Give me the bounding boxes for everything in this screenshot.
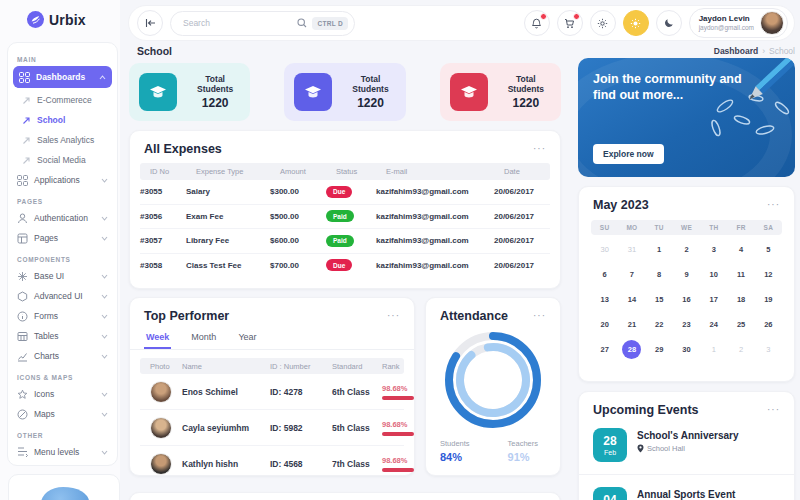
calendar-day[interactable]: 25	[727, 315, 754, 334]
submenu-arrow-icon	[22, 136, 31, 145]
attendance-title: Attendance	[440, 309, 508, 323]
calendar-day[interactable]: 14	[618, 290, 645, 309]
calendar-day[interactable]: 16	[673, 290, 700, 309]
star-icon	[17, 389, 28, 400]
sidebar-item-label: Menu levels	[34, 447, 79, 457]
explore-now-button[interactable]: Explore now	[593, 144, 664, 164]
calendar-day-selected[interactable]: 28	[618, 340, 645, 359]
calendar-day[interactable]: 24	[700, 315, 727, 334]
cart-button[interactable]	[557, 10, 583, 36]
calendar-day[interactable]: 27	[591, 340, 618, 359]
calendar-day[interactable]: 3	[700, 240, 727, 259]
calendar-day[interactable]: 29	[646, 340, 673, 359]
collapse-arrow-icon	[145, 18, 156, 28]
stat-value: 1220	[186, 96, 244, 110]
calendar-day[interactable]: 26	[755, 315, 782, 334]
calendar-day[interactable]: 1	[700, 340, 727, 359]
calendar-day[interactable]: 1	[646, 240, 673, 259]
sidebar-item-base-ui[interactable]: Base UI	[8, 266, 117, 286]
calendar-weekday-header: SU MO TU WE TH FR SA	[591, 220, 782, 235]
calendar-day[interactable]: 6	[591, 265, 618, 284]
sidebar-item-school[interactable]: School	[8, 110, 117, 130]
calendar-day[interactable]: 19	[755, 290, 782, 309]
calendar-day[interactable]: 23	[673, 315, 700, 334]
calendar-day[interactable]: 11	[727, 265, 754, 284]
table-row: #3056 Exam Fee $500.00 Paid kazifahim93@…	[140, 205, 550, 230]
calendar-day[interactable]: 9	[673, 265, 700, 284]
user-menu[interactable]: Jaydon Levin jaydon@gmail.com	[689, 8, 788, 38]
stat-card-students-1: Total Students 1220	[129, 63, 250, 121]
sidebar-collapse-button[interactable]	[137, 10, 163, 36]
calendar-day[interactable]: 30	[673, 340, 700, 359]
calendar-day[interactable]: 5	[755, 240, 782, 259]
calendar-day[interactable]: 2	[727, 340, 754, 359]
sidebar-item-maps[interactable]: Maps	[8, 404, 117, 424]
sidebar-section-icons-maps: ICONS & MAPS	[17, 374, 108, 381]
event-list-item[interactable]: 04 Apr Annual Sports Event School Big Gr…	[579, 482, 794, 500]
calendar-day[interactable]: 15	[646, 290, 673, 309]
brand-logo-icon	[27, 11, 44, 28]
sidebar-item-forms[interactable]: Forms	[8, 306, 117, 326]
calendar-day[interactable]: 13	[591, 290, 618, 309]
sidebar-item-tables[interactable]: Tables	[8, 326, 117, 346]
calendar-menu-button[interactable]: ···	[767, 200, 780, 210]
dark-mode-toggle[interactable]	[656, 10, 682, 36]
expenses-menu-button[interactable]: ···	[533, 144, 546, 154]
sidebar-item-sales-analytics[interactable]: Sales Analytics	[8, 130, 117, 150]
notifications-button[interactable]	[524, 10, 550, 36]
cell-email: kazifahim93@gmail.com	[376, 212, 494, 221]
calendar-day[interactable]: 2	[673, 240, 700, 259]
events-menu-button[interactable]: ···	[767, 405, 780, 415]
tab-week[interactable]: Week	[144, 329, 171, 349]
settings-button[interactable]	[590, 10, 616, 36]
attendance-card: Attendance ··· Students 84% Teachers 91%	[425, 297, 561, 476]
chevron-down-icon	[101, 412, 108, 417]
calendar-day[interactable]: 22	[646, 315, 673, 334]
tab-month[interactable]: Month	[189, 329, 218, 349]
calendar-day[interactable]: 20	[591, 315, 618, 334]
search-input[interactable]	[181, 17, 292, 29]
calendar-day[interactable]: 3	[755, 340, 782, 359]
calendar-day[interactable]: 10	[700, 265, 727, 284]
user-email: jaydon@gmail.com	[699, 24, 754, 32]
sidebar-item-advanced-ui[interactable]: Advanced UI	[8, 286, 117, 306]
gear-icon	[597, 18, 608, 29]
tab-year[interactable]: Year	[236, 329, 258, 349]
calendar-day[interactable]: 31	[618, 240, 645, 259]
performer-title: Top Performer	[144, 309, 229, 323]
sidebar-item-ecommerce[interactable]: E-Commerece	[8, 90, 117, 110]
calendar-day[interactable]: 8	[646, 265, 673, 284]
calendar-day[interactable]: 7	[618, 265, 645, 284]
cell-id: #3055	[140, 187, 186, 196]
banner-title-line2: find out more...	[593, 87, 742, 103]
calendar-day[interactable]: 30	[591, 240, 618, 259]
sidebar-item-icons[interactable]: Icons	[8, 384, 117, 404]
sidebar-item-applications[interactable]: Applications	[8, 170, 117, 190]
calendar-day[interactable]: 21	[618, 315, 645, 334]
brand-logo[interactable]: Urbix	[27, 11, 86, 28]
sidebar-item-social-media[interactable]: Social Media	[8, 150, 117, 170]
sidebar-item-label: Base UI	[34, 271, 64, 281]
rank-bar	[382, 432, 414, 436]
search-box[interactable]: CTRL D	[170, 11, 355, 36]
calendar-day[interactable]: 17	[700, 290, 727, 309]
sidebar-item-authentication[interactable]: Authentication	[8, 208, 117, 228]
event-list-item[interactable]: 28 Feb School's Anniversary School Hall	[579, 423, 794, 475]
sidebar-item-label: Social Media	[37, 155, 86, 165]
sidebar-item-charts[interactable]: Charts	[8, 346, 117, 366]
chart-icon	[17, 351, 28, 362]
breadcrumb-dashboard[interactable]: Dashboard	[714, 46, 758, 56]
light-mode-toggle[interactable]	[623, 10, 649, 36]
status-badge: Due	[326, 186, 352, 198]
calendar-day[interactable]: 18	[727, 290, 754, 309]
sidebar-item-dashboards[interactable]: Dashboards	[13, 66, 112, 88]
sidebar-item-menu-levels[interactable]: Menu levels	[8, 442, 117, 462]
sidebar-item-pages[interactable]: Pages	[8, 228, 117, 248]
attendance-menu-button[interactable]: ···	[533, 311, 546, 321]
calendar-day[interactable]: 12	[755, 265, 782, 284]
teachers-ring	[455, 342, 531, 418]
table-row: Enos Schimel ID: 4278 6th Class 98.68%	[140, 374, 404, 410]
chevron-down-icon	[101, 274, 108, 279]
calendar-day[interactable]: 4	[727, 240, 754, 259]
performer-menu-button[interactable]: ···	[387, 311, 400, 321]
